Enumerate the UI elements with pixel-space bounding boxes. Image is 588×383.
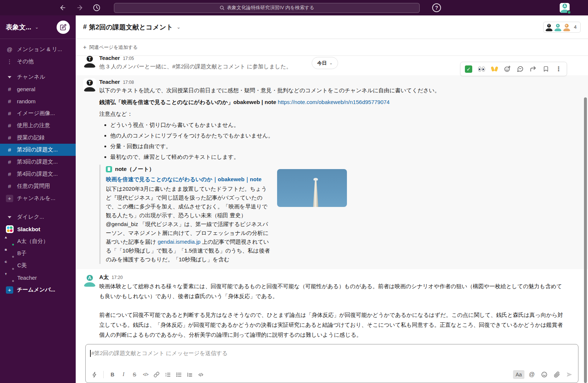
avatar-teacher[interactable]: T xyxy=(83,78,96,92)
sidebar-invite-members[interactable]: + チームメンバ... xyxy=(0,284,76,296)
channel-title-button[interactable]: # 第2回の課題文献とコメント ⌄ xyxy=(83,23,180,32)
code-block-icon xyxy=(198,372,204,378)
avatar: C xyxy=(6,262,14,269)
dm-label: C美 xyxy=(17,262,27,269)
sidebar-channel-class-records[interactable]: # 授業の記録 xyxy=(0,132,76,144)
notes-bullet-list: どういう視点・切り口から書いてもかまいません。 他の人のコメントにリプライをつけ… xyxy=(99,121,563,161)
mention-button[interactable]: @ xyxy=(527,370,537,379)
slackbot-icon xyxy=(6,225,14,233)
message-author[interactable]: Teacher xyxy=(99,56,120,62)
sidebar-channel-session2-selected[interactable]: # 第2回の課題文... xyxy=(0,144,76,156)
react-check-button[interactable]: ✓ xyxy=(463,64,474,74)
attach-file-button[interactable] xyxy=(552,370,562,379)
blockquote-icon xyxy=(187,372,193,378)
channel-label: 授業の記録 xyxy=(17,134,44,141)
add-reaction-button[interactable] xyxy=(502,64,512,74)
workspace-header[interactable]: 表象文... ⌄ xyxy=(0,15,76,39)
user-avatar[interactable]: A xyxy=(560,3,570,13)
hash-icon: # xyxy=(6,171,13,177)
new-message-button[interactable] xyxy=(57,21,70,34)
bookmarks-bar[interactable]: + 関連ページを追加する xyxy=(76,39,588,56)
message-author[interactable]: A太 xyxy=(99,273,109,281)
history-forward-button[interactable] xyxy=(75,3,85,12)
sidebar-channel-random[interactable]: # random xyxy=(0,95,76,107)
message-actions-toolbar: ✓ xyxy=(460,62,567,76)
channel-header: # 第2回の課題文献とコメント ⌄ T A B 4 xyxy=(76,15,588,39)
italic-button[interactable]: I xyxy=(118,370,129,379)
save-for-later-button[interactable] xyxy=(541,64,551,74)
chevron-down-icon: ⌄ xyxy=(35,25,39,30)
toggle-formatting-button[interactable]: Aa xyxy=(513,370,524,379)
sidebar-nav: @ メンション & リ... ⋮ その他 チャンネル # general # xyxy=(0,39,76,296)
history-back-button[interactable] xyxy=(58,3,68,12)
sidebar-channel-questions[interactable]: # 任意の質問用 xyxy=(0,180,76,192)
code-block-button[interactable] xyxy=(196,370,206,379)
sidebar-item-more[interactable]: ⋮ その他 xyxy=(0,56,76,68)
link-button[interactable] xyxy=(151,370,162,379)
message-timestamp[interactable]: 17:08 xyxy=(123,79,134,86)
sidebar-dm-teacher[interactable]: T Teacher xyxy=(0,272,76,284)
react-eyes-button[interactable] xyxy=(476,64,487,74)
send-button[interactable] xyxy=(564,370,574,379)
text-cursor xyxy=(90,350,91,357)
sidebar-dm-self[interactable]: A A太（自分） xyxy=(0,235,76,247)
at-icon: @ xyxy=(6,46,13,53)
sidebar-dm-cmi[interactable]: C C美 xyxy=(0,259,76,272)
member-count: 4 xyxy=(574,24,577,30)
date-divider-button[interactable]: 今日 ⌄ xyxy=(312,57,338,69)
reference-url-link[interactable]: https://note.com/obakeweb/n/n156d9577907… xyxy=(278,99,390,105)
shortcuts-button[interactable] xyxy=(89,370,100,379)
share-message-button[interactable] xyxy=(528,64,538,74)
message-author[interactable]: Teacher xyxy=(99,78,120,86)
dm-label: Teacher xyxy=(17,275,37,281)
search-input[interactable]: 表象文化論特殊研究演習IV 内を検索する xyxy=(114,3,420,13)
bullet-list-button[interactable] xyxy=(173,370,184,379)
avatar-ata[interactable]: A xyxy=(83,273,96,287)
help-button[interactable]: ? xyxy=(432,3,441,12)
preview-title-link[interactable]: 映画を倍速で見ることのなにがわるいのか｜obakeweb｜note xyxy=(106,175,270,184)
history-button[interactable] xyxy=(92,3,101,12)
message-timestamp[interactable]: 17:05 xyxy=(123,56,134,62)
sidebar-dm-bko[interactable]: B B子 xyxy=(0,247,76,259)
channel-view: # 第2回の課題文献とコメント ⌄ T A B 4 + 関連ページを追加する xyxy=(76,15,588,383)
sidebar-channel-general[interactable]: # general xyxy=(0,83,76,95)
sidebar-item-mentions[interactable]: @ メンション & リ... xyxy=(0,43,76,56)
channel-label: 使用上の注意 xyxy=(17,122,50,129)
hash-icon: # xyxy=(6,110,13,117)
sidebar-channel-usage-notes[interactable]: # 使用上の注意 xyxy=(0,119,76,132)
add-bookmark-label: 関連ページを追加する xyxy=(89,44,138,51)
blockquote-button[interactable] xyxy=(184,370,195,379)
question-icon: ? xyxy=(435,5,438,11)
message-timestamp[interactable]: 17:20 xyxy=(112,274,123,281)
avatar-teacher[interactable]: T xyxy=(83,56,96,68)
channel-members-button[interactable]: T A B 4 xyxy=(543,22,581,33)
reply-thread-button[interactable] xyxy=(515,64,525,74)
link-preview-image[interactable] xyxy=(277,169,347,207)
sidebar-add-channel[interactable]: + チャンネルを... xyxy=(0,192,76,204)
sidebar-channel-image[interactable]: # イメージ画像... xyxy=(0,107,76,119)
sidebar-channel-session3[interactable]: # 第3回の課題文... xyxy=(0,156,76,168)
sidebar-channel-session4[interactable]: # 第4回の課題文... xyxy=(0,168,76,180)
strikethrough-button[interactable]: S xyxy=(129,370,140,379)
channels-section-header[interactable]: チャンネル xyxy=(0,71,76,83)
presence-online-dot xyxy=(567,10,571,14)
react-raised-hands-button[interactable] xyxy=(489,64,499,74)
raised-hands-icon xyxy=(491,67,498,71)
ordered-list-button[interactable] xyxy=(162,370,173,379)
dm-label: B子 xyxy=(17,250,26,257)
message-input[interactable]: #第2回の課題文献とコメント にメッセージを送信する xyxy=(86,344,578,366)
vertical-scrollbar[interactable] xyxy=(584,97,587,383)
search-icon xyxy=(219,5,225,10)
emoji-plus-icon xyxy=(504,65,511,72)
caret-down-icon xyxy=(8,216,11,218)
more-actions-button[interactable]: ⋮ xyxy=(553,64,564,74)
dms-section-header[interactable]: ダイレク... xyxy=(0,211,76,223)
sidebar-dm-slackbot[interactable]: Slackbot xyxy=(0,223,76,235)
emoji-button[interactable] xyxy=(539,370,549,379)
message-text: 以下のテキストを読んで、次回授業日の前日までに感想・疑問・意見・批判などのコメン… xyxy=(99,86,563,95)
gendai-link[interactable]: gendai.ismedia.jp xyxy=(158,239,201,245)
bullet-item: 他の人のコメントにリプライをつけるかたちでもかまいません。 xyxy=(110,131,563,140)
arrow-left-icon xyxy=(59,4,67,11)
code-button[interactable]: </> xyxy=(140,370,151,379)
bold-button[interactable]: B xyxy=(107,370,118,379)
